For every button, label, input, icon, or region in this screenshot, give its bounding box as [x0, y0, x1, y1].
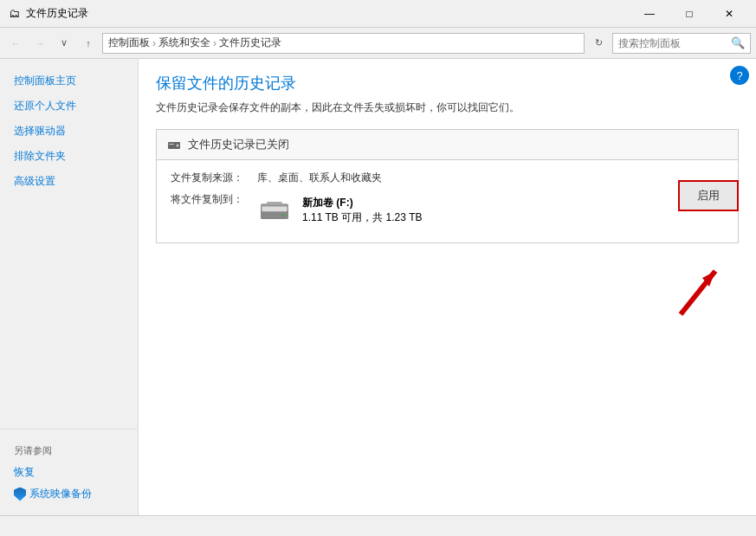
status-body: 文件复制来源： 库、桌面、联系人和收藏夹 将文件复制到： [157, 160, 738, 242]
drive-space: 1.11 TB 可用，共 1.23 TB [302, 210, 423, 225]
up-button[interactable]: ↑ [78, 33, 99, 54]
window-icon: 🗂 [7, 7, 21, 21]
path-sep2: › [213, 37, 216, 49]
back-button[interactable]: ← [5, 33, 26, 54]
status-bar [0, 515, 756, 536]
status-title: 文件历史记录已关闭 [188, 137, 289, 152]
sidebar-item-exclude[interactable]: 排除文件夹 [0, 145, 138, 168]
title-bar: 🗂 文件历史记录 — □ ✕ [0, 0, 756, 28]
dest-label: 将文件复制到： [171, 192, 257, 207]
drive-name: 新加卷 (F:) [302, 196, 423, 210]
drive-icon [257, 197, 292, 223]
window-controls: — □ ✕ [630, 0, 749, 28]
drive-status-icon [167, 138, 181, 152]
close-button[interactable]: ✕ [709, 0, 749, 28]
also-see-section: 另请参阅 恢复 系统映像备份 [0, 429, 138, 505]
enable-button[interactable]: 启用 [678, 180, 739, 211]
sidebar: 控制面板主页 还原个人文件 选择驱动器 排除文件夹 高级设置 另请参阅 恢复 系… [0, 59, 139, 515]
content-description: 文件历史记录会保存文件的副本，因此在文件丢失或损坏时，你可以找回它们。 [156, 100, 739, 115]
svg-rect-5 [267, 202, 282, 204]
search-input[interactable] [618, 37, 731, 49]
svg-point-1 [177, 145, 179, 147]
window-title: 文件历史记录 [26, 6, 630, 21]
help-button[interactable]: ? [730, 66, 749, 85]
path-part3: 文件历史记录 [219, 36, 281, 50]
path-part2: 系统和安全 [158, 36, 210, 50]
address-bar: ← → ∨ ↑ 控制面板 › 系统和安全 › 文件历史记录 ↻ 🔍 [0, 28, 756, 59]
svg-point-7 [282, 214, 285, 216]
sidebar-item-system-image[interactable]: 系统映像备份 [0, 483, 138, 505]
sidebar-item-recover[interactable]: 恢复 [0, 462, 138, 483]
search-box[interactable]: 🔍 [612, 33, 751, 54]
status-box: 文件历史记录已关闭 文件复制来源： 库、桌面、联系人和收藏夹 将文件复制到： [156, 129, 739, 243]
source-row: 文件复制来源： 库、桌面、联系人和收藏夹 [171, 171, 724, 185]
enable-btn-area: 启用 [678, 180, 739, 211]
sidebar-item-home[interactable]: 控制面板主页 [0, 69, 138, 93]
sidebar-item-drive[interactable]: 选择驱动器 [0, 119, 138, 143]
path-part1: 控制面板 [108, 36, 150, 50]
shield-icon [14, 488, 26, 501]
source-label: 文件复制来源： [171, 171, 257, 185]
content-area: ? 保留文件的历史记录 文件历史记录会保存文件的副本，因此在文件丢失或损坏时，你… [139, 59, 756, 515]
svg-marker-9 [702, 271, 715, 287]
svg-rect-6 [262, 207, 288, 212]
recent-button[interactable]: ∨ [54, 33, 74, 54]
arrow-annotation [650, 245, 737, 326]
source-value: 库、桌面、联系人和收藏夹 [257, 171, 382, 185]
maximize-button[interactable]: □ [669, 0, 709, 28]
address-path[interactable]: 控制面板 › 系统和安全 › 文件历史记录 [102, 33, 585, 54]
status-header: 文件历史记录已关闭 [157, 130, 738, 160]
svg-line-8 [681, 271, 715, 314]
sidebar-item-restore[interactable]: 还原个人文件 [0, 94, 138, 118]
forward-button[interactable]: → [29, 33, 50, 54]
refresh-button[interactable]: ↻ [588, 33, 609, 54]
main-layout: 控制面板主页 还原个人文件 选择驱动器 排除文件夹 高级设置 另请参阅 恢复 系… [0, 59, 756, 515]
drive-info: 新加卷 (F:) 1.11 TB 可用，共 1.23 TB [257, 196, 423, 225]
path-sep1: › [152, 37, 156, 49]
dest-row: 将文件复制到： [171, 192, 724, 225]
minimize-button[interactable]: — [630, 0, 669, 28]
sidebar-item-advanced[interactable]: 高级设置 [0, 170, 138, 193]
content-title: 保留文件的历史记录 [156, 73, 739, 94]
search-icon: 🔍 [731, 36, 745, 49]
svg-rect-2 [169, 144, 174, 145]
also-see-title: 另请参阅 [0, 440, 138, 462]
